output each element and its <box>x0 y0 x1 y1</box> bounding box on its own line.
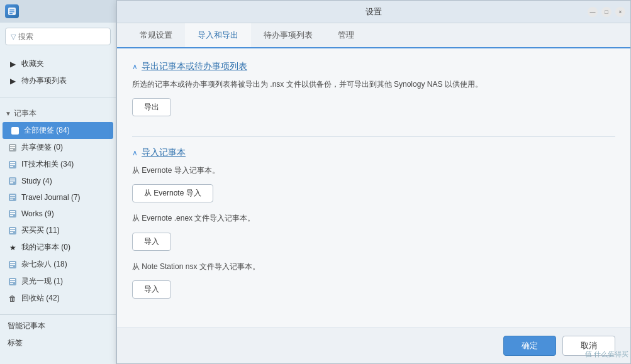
export-chevron: ∧ <box>132 62 138 71</box>
notebook-icon-travel <box>8 192 18 202</box>
todo-icon: ▶ <box>8 76 18 86</box>
export-section-desc: 所选的记事本或待办事项列表将被导出为 .nsx 文件以供备份，并可导出到其他 S… <box>132 79 615 91</box>
watermark: 值 什么值得买 <box>585 350 628 359</box>
svg-rect-29 <box>10 228 15 229</box>
section-divider-1 <box>132 136 615 137</box>
app-icon <box>5 4 19 18</box>
minimize-button[interactable]: — <box>588 7 598 17</box>
from-evernote-desc: 从 Evernote 导入记事本。 <box>132 165 615 177</box>
svg-rect-7 <box>13 132 16 133</box>
notebook-icon-it <box>8 160 18 170</box>
sidebar-item-misc[interactable]: 杂七杂八 (18) <box>0 256 116 273</box>
svg-rect-1 <box>9 9 14 11</box>
sidebar-item-my-notebook[interactable]: ★ 我的记事本 (0) <box>0 239 116 256</box>
svg-rect-15 <box>10 166 13 167</box>
sidebar-item-favorites[interactable]: ▶ 收藏夹 <box>0 55 116 72</box>
dialog-title: 设置 <box>366 6 382 18</box>
notebook-icon-shopping <box>8 226 18 236</box>
sidebar-item-all-notes[interactable]: 全部便签 (84) <box>3 122 113 139</box>
sidebar-item-inspiration[interactable]: 灵光一现 (1) <box>0 273 116 290</box>
export-section-title[interactable]: 导出记事本或待办事项列表 <box>142 61 247 72</box>
tab-manage[interactable]: 管理 <box>325 23 367 48</box>
export-section-header: ∧ 导出记事本或待办事项列表 <box>132 61 615 72</box>
svg-rect-9 <box>10 145 15 146</box>
dialog-footer: 确定 取消 <box>117 328 630 363</box>
search-input[interactable] <box>18 32 105 41</box>
star-icon: ★ <box>8 243 18 253</box>
close-button[interactable]: × <box>615 7 625 17</box>
svg-rect-6 <box>13 130 18 131</box>
settings-dialog: 设置 — □ × 常规设置 导入和导出 待办事项列表 管理 ∧ 导出记事本或待办… <box>116 0 631 364</box>
sidebar-item-works[interactable]: Works (9) <box>0 206 116 222</box>
favorites-icon: ▶ <box>8 59 18 69</box>
tab-import-export[interactable]: 导入和导出 <box>185 23 251 48</box>
import-section-header: ∧ 导入记事本 <box>132 147 615 158</box>
svg-rect-14 <box>10 164 15 165</box>
svg-rect-33 <box>10 262 15 263</box>
svg-rect-35 <box>10 266 13 267</box>
from-nsx-desc: 从 Note Station nsx 文件导入记事本。 <box>132 261 615 273</box>
import-chevron: ∧ <box>132 148 138 157</box>
confirm-button[interactable]: 确定 <box>503 336 556 356</box>
all-notes-icon <box>10 126 20 136</box>
search-bar[interactable]: ▽ <box>5 28 111 45</box>
svg-rect-37 <box>10 279 15 280</box>
sidebar-item-travel-journal[interactable]: Travel Journal (7) <box>0 189 116 206</box>
svg-rect-38 <box>10 281 15 282</box>
shared-icon <box>8 143 18 153</box>
sidebar-header <box>0 0 116 23</box>
svg-rect-25 <box>10 211 15 212</box>
sidebar-item-tags[interactable]: 标签 <box>0 334 116 351</box>
dialog-content: ∧ 导出记事本或待办事项列表 所选的记事本或待办事项列表将被导出为 .nsx 文… <box>117 48 630 328</box>
svg-rect-10 <box>10 147 15 148</box>
sidebar-item-it[interactable]: IT技术相关 (34) <box>0 156 116 173</box>
svg-rect-2 <box>9 11 14 13</box>
maximize-button[interactable]: □ <box>601 7 611 17</box>
sidebar-item-shopping[interactable]: 买买买 (11) <box>0 222 116 239</box>
notebook-icon-misc <box>8 260 18 270</box>
svg-rect-21 <box>10 195 15 196</box>
tab-general[interactable]: 常规设置 <box>127 23 185 48</box>
svg-rect-31 <box>10 232 13 233</box>
svg-rect-3 <box>9 13 13 14</box>
from-enex-desc: 从 Evernote .enex 文件导入记事本。 <box>132 212 615 224</box>
window-controls: — □ × <box>588 7 625 17</box>
sidebar-divider-2 <box>0 314 116 315</box>
svg-rect-13 <box>10 162 15 163</box>
svg-rect-39 <box>10 283 13 284</box>
svg-rect-17 <box>10 179 15 180</box>
tab-todo[interactable]: 待办事项列表 <box>251 23 325 48</box>
svg-rect-5 <box>13 128 18 130</box>
sidebar-item-shared[interactable]: 共享便签 (0) <box>0 139 116 156</box>
sidebar-item-trash[interactable]: 🗑 回收站 (42) <box>0 290 116 307</box>
notebook-icon-inspiration <box>8 277 18 287</box>
sidebar-divider-1 <box>0 97 116 97</box>
dialog-tabs: 常规设置 导入和导出 待办事项列表 管理 <box>117 23 630 48</box>
svg-rect-22 <box>10 197 15 198</box>
notebook-icon-works <box>8 209 18 219</box>
svg-rect-26 <box>10 213 15 214</box>
sidebar-item-todo[interactable]: ▶ 待办事项列表 <box>0 72 116 89</box>
svg-rect-27 <box>10 215 13 216</box>
sidebar: ▽ ▶ 收藏夹 ▶ 待办事项列表 ▼ 记事本 全部便签 (84) <box>0 0 116 364</box>
svg-rect-18 <box>10 180 15 182</box>
import-section-title[interactable]: 导入记事本 <box>142 147 186 158</box>
sidebar-notebooks-section: ▼ 记事本 全部便签 (84) 共享便签 (0) IT技术相关 (34) <box>0 100 116 312</box>
svg-rect-19 <box>10 182 13 184</box>
sidebar-item-smart-notebooks[interactable]: 智能记事本 <box>0 317 116 334</box>
sidebar-notebooks-collapse[interactable]: ▼ 记事本 <box>0 105 116 122</box>
dialog-titlebar: 设置 — □ × <box>117 1 630 23</box>
trash-icon: 🗑 <box>8 294 18 304</box>
sidebar-favorites-section: ▶ 收藏夹 ▶ 待办事项列表 <box>0 50 116 94</box>
import-nsx-button[interactable]: 导入 <box>132 280 171 299</box>
svg-rect-34 <box>10 264 15 265</box>
svg-rect-23 <box>10 199 13 200</box>
import-enex-button[interactable]: 导入 <box>132 233 171 251</box>
import-from-evernote-button[interactable]: 从 Evernote 导入 <box>132 184 213 202</box>
export-button[interactable]: 导出 <box>132 98 171 116</box>
svg-rect-30 <box>10 230 15 231</box>
collapse-arrow: ▼ <box>5 110 11 117</box>
svg-rect-11 <box>10 149 13 150</box>
sidebar-item-study[interactable]: Study (4) <box>0 173 116 189</box>
notebook-icon-study <box>8 176 18 186</box>
